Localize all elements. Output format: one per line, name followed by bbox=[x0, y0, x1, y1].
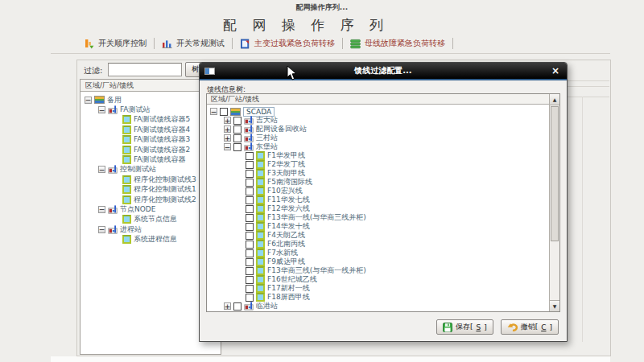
expander-minus-icon[interactable]: − bbox=[224, 143, 231, 150]
dialog-titlebar[interactable]: 馈线过滤配置... × bbox=[200, 63, 567, 79]
checkbox-unchecked[interactable] bbox=[246, 205, 254, 213]
vertical-scrollbar[interactable]: ▲ ▼ bbox=[549, 94, 559, 311]
scroll-down-icon[interactable]: ▼ bbox=[550, 300, 559, 311]
toolbar-divider bbox=[452, 38, 453, 49]
close-icon[interactable]: × bbox=[551, 66, 559, 76]
tree-row[interactable]: F4天朗乙线 bbox=[207, 231, 549, 240]
tree-indent-spacer bbox=[237, 285, 243, 292]
checkbox-unchecked[interactable] bbox=[233, 302, 242, 311]
tree-row[interactable]: F3天朗甲线 bbox=[207, 169, 549, 178]
checkbox-unchecked[interactable] bbox=[246, 214, 254, 222]
tree-indent-spacer bbox=[237, 161, 243, 168]
expander-minus-icon[interactable]: − bbox=[98, 106, 105, 113]
tree-item-label[interactable]: 程序化控制测试线2 bbox=[134, 195, 196, 205]
station-icon bbox=[244, 116, 254, 125]
tree-item-label[interactable]: 进程站 bbox=[120, 224, 142, 235]
save-button-label: 保存[ bbox=[456, 322, 473, 332]
checkbox-unchecked[interactable] bbox=[233, 134, 242, 142]
tree-row[interactable]: F5南湾国际线 bbox=[207, 178, 549, 187]
feeder-icon bbox=[122, 125, 131, 134]
expander-plus-icon[interactable]: + bbox=[224, 117, 231, 124]
save-button[interactable]: 保存[S] bbox=[436, 319, 493, 335]
undo-button[interactable]: 撤销[C] bbox=[501, 319, 559, 335]
station-icon bbox=[108, 225, 118, 234]
tree-row[interactable]: F9威达甲线 bbox=[207, 257, 549, 266]
tree-item-label[interactable]: 系统进程信息 bbox=[134, 234, 177, 245]
checkbox-unchecked[interactable] bbox=[246, 285, 254, 293]
checkbox-unchecked[interactable] bbox=[246, 249, 254, 257]
checkbox-unchecked[interactable] bbox=[246, 187, 254, 195]
tree-indent-spacer bbox=[237, 249, 243, 257]
checkbox-unchecked[interactable] bbox=[246, 170, 254, 178]
expander-minus-icon[interactable]: − bbox=[98, 226, 105, 233]
toolbar-item[interactable]: 开关顺序控制 bbox=[76, 36, 154, 51]
tree-indent-spacer bbox=[237, 152, 243, 159]
tree-item-label[interactable]: 临港站 bbox=[256, 301, 278, 311]
expander-plus-icon[interactable]: + bbox=[224, 134, 231, 142]
tree-item-label[interactable]: FA测试馈线容器2 bbox=[134, 145, 190, 155]
tree-row[interactable]: F10宏兴线 bbox=[207, 187, 549, 195]
checkbox-unchecked[interactable] bbox=[220, 108, 228, 116]
checkbox-unchecked[interactable] bbox=[233, 125, 242, 134]
checkbox-unchecked[interactable] bbox=[233, 117, 242, 125]
tree-row[interactable]: F1华发甲线 bbox=[207, 151, 549, 160]
tree-row[interactable]: F13华商三线(与华商一线并柜) bbox=[207, 266, 549, 275]
tree-row[interactable]: +临港站 bbox=[207, 302, 549, 311]
tree-row[interactable]: F7水新线 bbox=[207, 249, 549, 257]
expander-minus-icon[interactable]: − bbox=[85, 97, 92, 104]
overload-transfer-icon bbox=[240, 39, 250, 49]
tree-indent-spacer bbox=[112, 146, 120, 154]
checkbox-unchecked[interactable] bbox=[246, 276, 254, 284]
scrollbar-thumb[interactable] bbox=[551, 106, 559, 241]
tree-indent-spacer bbox=[112, 236, 120, 243]
tree-indent-spacer bbox=[112, 196, 120, 204]
checkbox-unchecked[interactable] bbox=[246, 161, 254, 169]
tree-item-label[interactable]: FA测试馈线容器5 bbox=[134, 114, 190, 125]
filter-input[interactable] bbox=[108, 63, 182, 76]
feeder-icon bbox=[122, 185, 131, 194]
tree-item-label[interactable]: 控制测试站 bbox=[120, 164, 156, 175]
tree-row[interactable]: F2华发丁线 bbox=[207, 160, 549, 169]
tree-row[interactable]: F11华发七线 bbox=[207, 195, 549, 204]
feeder-icon bbox=[256, 178, 265, 187]
tree-row[interactable]: F14华发十线 bbox=[207, 222, 549, 231]
tree-item-label[interactable]: 备用 bbox=[107, 95, 122, 105]
tree-row[interactable]: F16世纪城乙线 bbox=[207, 275, 549, 284]
tree-row[interactable]: F17新村一线 bbox=[207, 284, 549, 293]
tree-item-label[interactable]: 程序化控制测试线3 bbox=[134, 175, 196, 185]
expander-plus-icon[interactable]: + bbox=[224, 125, 231, 133]
checkbox-unchecked[interactable] bbox=[246, 258, 254, 266]
tree-item-label[interactable]: 程序化控制测试线1 bbox=[134, 184, 196, 195]
tree-item-label[interactable]: FA测试馈线容器4 bbox=[134, 125, 190, 135]
checkbox-unchecked[interactable] bbox=[233, 143, 242, 151]
expander-minus-icon[interactable]: − bbox=[98, 166, 105, 173]
tree-row[interactable]: F13华商一线(与华商三线并柜) bbox=[207, 213, 549, 222]
checkbox-unchecked[interactable] bbox=[246, 232, 254, 240]
checkbox-unchecked[interactable] bbox=[246, 294, 254, 302]
feeder-tree: −SCADA+吉大站+配网设备回收站+三村站−东堡站F1华发甲线F2华发丁线F3… bbox=[207, 106, 549, 311]
tree-item-label[interactable]: 节点NODE bbox=[120, 204, 155, 215]
tree-item-label[interactable]: 系统节点信息 bbox=[134, 214, 177, 224]
expander-minus-icon[interactable]: − bbox=[210, 108, 217, 115]
mouse-cursor bbox=[287, 65, 297, 80]
toolbar-item[interactable]: 主变过载紧急负荷转移 bbox=[233, 36, 342, 51]
tree-item-label[interactable]: FA测试馈线容器3 bbox=[134, 134, 190, 145]
feeder-icon bbox=[256, 169, 265, 178]
tree-item-label[interactable]: FA测试站 bbox=[120, 105, 151, 115]
toolbar-item[interactable]: 母线故障紧急负荷转移 bbox=[343, 36, 452, 51]
checkbox-unchecked[interactable] bbox=[246, 152, 254, 160]
checkbox-unchecked[interactable] bbox=[246, 267, 254, 275]
checkbox-unchecked[interactable] bbox=[246, 223, 254, 231]
checkbox-unchecked[interactable] bbox=[246, 241, 254, 249]
scroll-up-icon[interactable]: ▲ bbox=[550, 94, 559, 105]
tree-row[interactable]: −东堡站 bbox=[207, 142, 549, 151]
tree-row[interactable]: F6北南丙线 bbox=[207, 240, 549, 249]
checkbox-unchecked[interactable] bbox=[246, 179, 254, 187]
tree-indent-spacer bbox=[237, 205, 243, 212]
expander-plus-icon[interactable]: + bbox=[224, 302, 231, 310]
toolbar-item[interactable]: 开关常规测试 bbox=[155, 36, 232, 51]
checkbox-unchecked[interactable] bbox=[246, 196, 254, 204]
tree-row[interactable]: F12华发六线 bbox=[207, 204, 549, 213]
tree-item-label[interactable]: FA测试馈线容器 bbox=[134, 154, 186, 165]
expander-minus-icon[interactable]: − bbox=[98, 206, 105, 213]
